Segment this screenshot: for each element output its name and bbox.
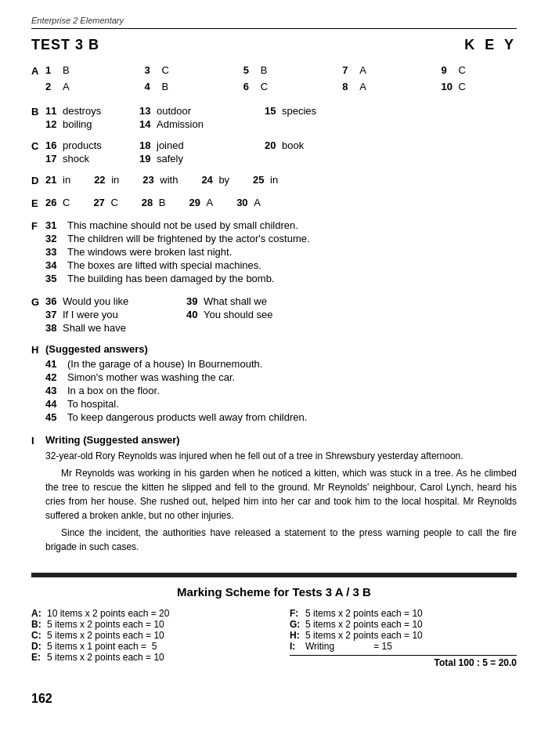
section-c-letter: C bbox=[31, 139, 45, 152]
answer-38: 38Shall we have bbox=[45, 322, 186, 334]
page-number: 162 bbox=[31, 692, 517, 706]
answer-13: 13outdoor bbox=[139, 105, 265, 117]
section-d-content: 21in 22in 23with 24by 25in bbox=[45, 174, 517, 187]
marking-right: F: 5 items x 2 points each = 10 G: 5 ite… bbox=[290, 608, 517, 668]
marking-text-h: 5 items x 2 points each = 10 bbox=[305, 630, 517, 641]
answer-36: 36Would you like bbox=[45, 295, 186, 307]
answer-37: 37If I were you bbox=[45, 309, 186, 320]
section-h-list: 41(In the garage of a house) In Bournemo… bbox=[45, 358, 517, 423]
marking-text-b: 5 items x 2 points each = 10 bbox=[47, 619, 258, 630]
list-item: 44To hospital. bbox=[45, 398, 517, 410]
section-h: H (Suggested answers) 41(In the garage o… bbox=[31, 343, 517, 425]
marking-text-g: 5 items x 2 points each = 10 bbox=[305, 619, 517, 630]
section-d: D 21in 22in 23with 24by 25in bbox=[31, 174, 517, 187]
section-a-letter: A bbox=[31, 64, 45, 77]
marking-letter-c: C: bbox=[31, 630, 47, 641]
section-i-para-1: 32-year-old Rory Reynolds was injured wh… bbox=[45, 449, 517, 463]
answer-39: 39What shall we bbox=[186, 295, 343, 307]
marking-row-c: C: 5 items x 2 points each = 10 bbox=[31, 630, 258, 641]
marking-text-a: 10 items x 2 points each = 20 bbox=[47, 608, 258, 619]
answer-23: 23with bbox=[142, 174, 178, 186]
section-b-letter: B bbox=[31, 105, 45, 118]
section-i-para-3: Since the incident, the authorities have… bbox=[45, 526, 517, 554]
section-f-content: 31This machine should not be used by sma… bbox=[45, 219, 517, 286]
section-e-inline: 26C 27C 28B 29A 30A bbox=[45, 197, 517, 210]
answer-25: 25in bbox=[253, 174, 278, 186]
marking-text-e: 5 items x 2 points each = 10 bbox=[47, 652, 258, 663]
section-h-label: (Suggested answers) bbox=[45, 343, 517, 355]
marking-letter-h: H: bbox=[290, 630, 305, 641]
answer-40: 40You should see bbox=[186, 309, 343, 320]
answer-17: 17shock bbox=[45, 153, 139, 165]
answer-6: 6C bbox=[243, 81, 303, 92]
answer-9: 9C bbox=[442, 64, 501, 76]
marking-row-b: B: 5 items x 2 points each = 10 bbox=[31, 619, 258, 630]
section-h-letter: H bbox=[31, 343, 45, 356]
marking-row-f: F: 5 items x 2 points each = 10 bbox=[290, 608, 517, 619]
marking-text-d: 5 items x 1 point each = 5 bbox=[47, 641, 258, 652]
answer-10: 10C bbox=[442, 81, 501, 92]
section-h-content: (Suggested answers) 41(In the garage of … bbox=[45, 343, 517, 425]
answer-16: 16products bbox=[45, 139, 139, 151]
section-g-content: 36Would you like 39What shall we 37If I … bbox=[45, 295, 517, 334]
section-f-letter: F bbox=[31, 219, 45, 232]
answer-7: 7A bbox=[342, 64, 402, 76]
section-f-list: 31This machine should not be used by sma… bbox=[45, 219, 517, 284]
section-g: G 36Would you like 39What shall we 37If … bbox=[31, 295, 517, 334]
marking-scheme-title: Marking Scheme for Tests 3 A / 3 B bbox=[31, 585, 517, 599]
marking-text-f: 5 items x 2 points each = 10 bbox=[305, 608, 517, 619]
answer-27: 27C bbox=[93, 197, 117, 208]
total-text: Total 100 : 5 = 20.0 bbox=[434, 657, 517, 668]
section-e: E 26C 27C 28B 29A 30A bbox=[31, 197, 517, 210]
test-title: TEST 3 B bbox=[31, 37, 99, 53]
top-divider bbox=[31, 28, 517, 29]
marking-text-i: Writing = 15 bbox=[305, 641, 517, 652]
answer-30: 30A bbox=[236, 197, 261, 208]
list-item: 35The building has been damaged by the b… bbox=[45, 273, 517, 284]
answer-15: 15species bbox=[265, 105, 390, 117]
list-item: 41(In the garage of a house) In Bournemo… bbox=[45, 358, 517, 370]
section-e-content: 26C 27C 28B 29A 30A bbox=[45, 197, 517, 210]
answer-21: 21in bbox=[45, 174, 70, 186]
section-i-letter: I bbox=[31, 434, 45, 447]
section-i-content: Writing (Suggested answer) 32-year-old R… bbox=[45, 434, 517, 557]
marking-row-i: I: Writing = 15 bbox=[290, 641, 517, 652]
key-title: K E Y bbox=[464, 37, 517, 53]
section-c-content: 16products 18joined 20book 17shock 19saf… bbox=[45, 139, 517, 165]
marking-divider bbox=[31, 573, 517, 577]
list-item: 45To keep dangerous products well away f… bbox=[45, 411, 517, 423]
answer-14: 14Admission bbox=[139, 118, 265, 130]
answer-8: 8A bbox=[342, 81, 402, 92]
marking-row-e: E: 5 items x 2 points each = 10 bbox=[31, 652, 258, 663]
list-item: 34The boxes are lifted with special mach… bbox=[45, 259, 517, 271]
answer-26: 26C bbox=[45, 197, 70, 208]
section-i-label: Writing (Suggested answer) bbox=[45, 434, 517, 446]
answer-3: 3C bbox=[144, 64, 204, 76]
section-d-letter: D bbox=[31, 174, 45, 186]
header-brand: Enterprise 2 Elementary bbox=[31, 16, 517, 25]
marking-row-a: A: 10 items x 2 points each = 20 bbox=[31, 608, 258, 619]
answer-28: 28B bbox=[142, 197, 166, 208]
marking-letter-f: F: bbox=[290, 608, 305, 619]
marking-total: Total 100 : 5 = 20.0 bbox=[290, 655, 517, 668]
marking-letter-g: G: bbox=[290, 619, 305, 630]
marking-row-g: G: 5 items x 2 points each = 10 bbox=[290, 619, 517, 630]
section-c: C 16products 18joined 20book 17shock 19s… bbox=[31, 139, 517, 165]
answer-12: 12boiling bbox=[45, 118, 139, 130]
answer-2: 2A bbox=[45, 81, 105, 92]
answer-1: 1B bbox=[45, 64, 105, 76]
list-item: 42Simon's mother was washing the car. bbox=[45, 371, 517, 383]
section-g-letter: G bbox=[31, 295, 45, 308]
section-e-letter: E bbox=[31, 197, 45, 209]
answer-5: 5B bbox=[243, 64, 303, 76]
answer-22: 22in bbox=[94, 174, 119, 186]
section-d-inline: 21in 22in 23with 24by 25in bbox=[45, 174, 517, 187]
section-b-content: 11destroys 13outdoor 15species 12boiling… bbox=[45, 105, 517, 130]
title-row: TEST 3 B K E Y bbox=[31, 37, 517, 53]
marking-scheme-grid: A: 10 items x 2 points each = 20 B: 5 it… bbox=[31, 608, 517, 668]
section-c-grid: 16products 18joined 20book 17shock 19saf… bbox=[45, 139, 517, 165]
answer-20: 20book bbox=[265, 139, 390, 151]
answer-18: 18joined bbox=[139, 139, 265, 151]
answer-29: 29A bbox=[189, 197, 213, 208]
section-i-para-2: Mr Reynolds was working in his garden wh… bbox=[45, 466, 517, 523]
